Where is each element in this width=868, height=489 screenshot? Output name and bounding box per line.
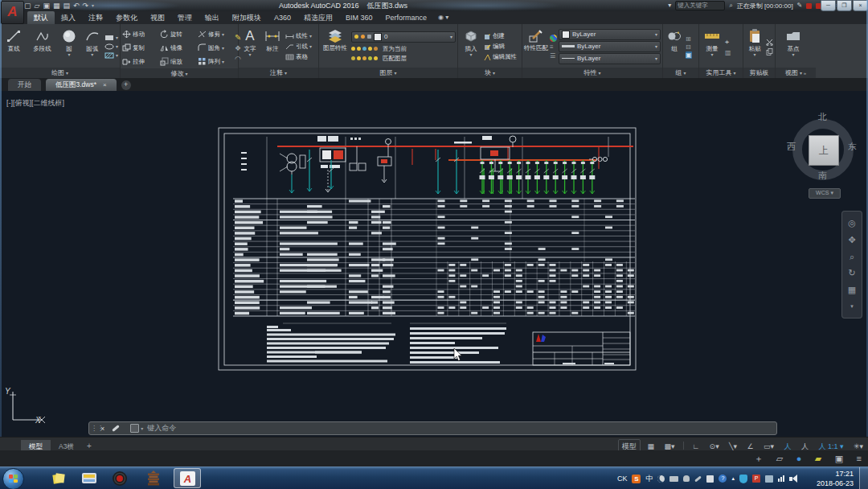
search-icon[interactable]: ⌕ (729, 2, 732, 10)
panel-label-layers[interactable]: 图层▾ (319, 68, 457, 78)
new-icon[interactable]: ▢ (24, 2, 31, 10)
lineweight-dropdown[interactable]: ByLayer▾ (559, 41, 661, 52)
redo-icon[interactable]: ↷ (83, 2, 89, 10)
keyboard-icon[interactable] (669, 476, 678, 482)
group-select-icon[interactable]: ▣ (686, 51, 692, 59)
sogou-icon[interactable]: S (632, 475, 641, 483)
ellipse-tool-icon[interactable]: ▾ (104, 43, 118, 50)
tool-layer-properties[interactable]: 图层特性 (321, 26, 350, 68)
viewcube-east-label[interactable]: 东 (848, 141, 857, 153)
ribbon-tab-插入[interactable]: 插入 (55, 11, 82, 24)
taskbar-app-pagoda[interactable] (140, 468, 167, 488)
orbit-icon[interactable]: ↻ (848, 268, 855, 277)
record-pause-icon[interactable] (806, 3, 812, 9)
id-point-icon[interactable]: ⌖ (725, 38, 731, 47)
ribbon-tab-默认[interactable]: 默认 (27, 11, 55, 24)
tool-base-point[interactable]: 基点 ▾ (777, 26, 809, 68)
tool-insert[interactable]: 插入 ▾ (460, 26, 482, 68)
cut-icon[interactable] (766, 39, 773, 46)
tool-polyline[interactable]: 多段线 (27, 26, 56, 68)
help-tray-icon[interactable]: ? (719, 475, 727, 483)
command-wrench-icon[interactable] (112, 425, 120, 432)
match-layer-button[interactable]: 匹配图层 (383, 55, 407, 63)
customize-icon[interactable]: ≡ (852, 450, 866, 466)
showmotion-icon[interactable]: ▦ (848, 285, 856, 294)
command-grip[interactable]: ⋮⋮ (91, 425, 97, 432)
navbar-more-icon[interactable]: ▾ (850, 302, 854, 311)
open-icon[interactable]: ▱ (35, 2, 40, 10)
fullscreen-icon[interactable]: ▣ (830, 450, 848, 466)
tool-linear[interactable]: 线性▾ (285, 32, 312, 40)
moon-icon[interactable] (657, 475, 665, 483)
isolate-icon[interactable]: ＋ (749, 450, 768, 466)
file-tab-start[interactable]: 开始 (8, 79, 41, 91)
ribbon-tab-A360[interactable]: A360 (268, 11, 297, 24)
panel-label-group[interactable]: 组▾ (663, 68, 698, 78)
user-icon[interactable] (683, 475, 690, 482)
start-button[interactable] (2, 468, 24, 489)
tool-copy[interactable]: 复制 (122, 41, 160, 55)
viewcube-west-label[interactable]: 西 (787, 141, 796, 153)
tool-array[interactable]: 阵列▾ (198, 55, 233, 68)
qat-dropdown-icon[interactable]: ▾ (92, 2, 94, 10)
files-tray-icon[interactable] (765, 475, 773, 483)
panel-label-clipboard[interactable]: 剪贴板 (743, 68, 775, 78)
tool-line[interactable]: 直线 (2, 26, 26, 68)
panel-label-block[interactable]: 块▾ (458, 68, 522, 78)
tool-leader[interactable]: 引线▾ (285, 43, 312, 51)
taskbar-app-explorer[interactable] (76, 468, 103, 488)
tool-circle[interactable]: 圆 ▾ (59, 26, 80, 68)
volume-icon[interactable] (789, 475, 797, 483)
wrench-tray-icon[interactable] (695, 475, 702, 482)
tray-ck[interactable]: CK (617, 475, 628, 483)
ribbon-tab-Performance[interactable]: Performance (379, 11, 434, 24)
minimize-button[interactable]: ─ (821, 0, 836, 11)
group-edit-icon[interactable]: ⊟ (686, 43, 692, 51)
tool-dimension[interactable]: 标注 (261, 26, 284, 68)
ribbon-tab-BIM 360[interactable]: BIM 360 (339, 11, 379, 24)
file-tab-close-icon[interactable]: × (103, 81, 107, 88)
save-icon[interactable]: ▣ (43, 2, 50, 10)
tool-rotate[interactable]: 旋转 (160, 27, 198, 41)
steering-wheel-icon[interactable]: ◎ (848, 218, 856, 228)
tool-trim[interactable]: 修剪▾ (198, 27, 233, 41)
panel-label-utilities[interactable]: 实用工具▾ (699, 68, 743, 78)
ribbon-tab-视图[interactable]: 视图 (144, 11, 171, 24)
zoom-icon[interactable]: ⌕ (850, 252, 854, 261)
editor-tray-icon[interactable] (706, 475, 714, 483)
layer-dropdown[interactable]: 0 ▾ (351, 31, 456, 43)
ime-icon[interactable]: 中 (645, 475, 653, 483)
viewport-controls[interactable]: [-][俯视][二维线框] (6, 98, 64, 109)
command-recent-icon[interactable] (130, 424, 139, 433)
command-close-icon[interactable]: × (100, 425, 104, 433)
ribbon-tab-注释[interactable]: 注释 (82, 11, 109, 24)
tray-expand-icon[interactable]: ▴ (731, 475, 735, 483)
drawing-canvas[interactable] (0, 91, 868, 437)
undo-icon[interactable]: ↶ (73, 2, 80, 10)
viewcube-south-label[interactable]: 南 (818, 170, 827, 182)
copy-clip-icon[interactable] (766, 48, 773, 55)
print-icon[interactable]: ▤ (63, 2, 70, 10)
tool-scale[interactable]: 缩放 (160, 55, 198, 68)
tool-table[interactable]: 表格 (285, 53, 312, 61)
hatch-tool-icon[interactable]: ▾ (104, 52, 118, 59)
viewcube-north-label[interactable]: 北 (818, 111, 827, 123)
tool-block-create[interactable]: 创建 (484, 32, 517, 40)
panel-label-view[interactable]: 视图▾ » (776, 68, 816, 78)
network-icon[interactable] (778, 475, 784, 482)
taskbar-app-recorder[interactable] (106, 468, 133, 488)
application-menu-button[interactable]: A (1, 1, 24, 24)
tool-block-edit[interactable]: 编辑 (484, 43, 517, 51)
viewcube-top-face[interactable]: 上 (809, 135, 839, 166)
taskbar-clock[interactable]: 17:21 2018-06-23 (800, 469, 854, 488)
tool-match-properties[interactable]: 特性匹配 (524, 26, 548, 68)
tool-paste[interactable]: 粘贴 ▾ (745, 26, 764, 68)
tool-mirror[interactable]: 镜像 (160, 41, 198, 55)
quick-select-icon[interactable]: ▥ (725, 49, 731, 56)
tool-stretch[interactable]: 拉伸 (122, 55, 160, 68)
restore-button[interactable]: ❐ (837, 0, 852, 11)
units-icon[interactable]: ▰ (810, 450, 826, 466)
command-prompt[interactable]: 键入命令 (147, 423, 176, 434)
file-tab-document[interactable]: 低压图3.dws*× (46, 79, 117, 91)
viewcube[interactable]: 上 北 南 西 东 WCS ▾ (784, 109, 864, 201)
